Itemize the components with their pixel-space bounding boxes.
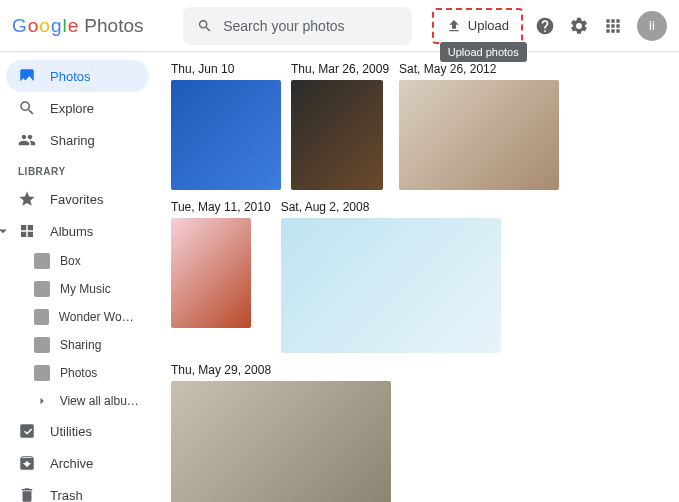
photo-date: Thu, Mar 26, 2009 — [291, 62, 389, 76]
library-header: LIBRARY — [6, 156, 149, 183]
album-item[interactable]: Sharing — [6, 331, 149, 359]
album-label: Photos — [60, 366, 97, 380]
photo-date: Sat, May 26, 2012 — [399, 62, 559, 76]
album-thumb — [34, 365, 50, 381]
sharing-icon — [18, 131, 36, 149]
nav-label: Trash — [50, 488, 83, 503]
upload-label: Upload — [468, 18, 509, 33]
album-thumb — [34, 337, 50, 353]
nav-explore[interactable]: Explore — [6, 92, 149, 124]
photo-grid: Thu, Jun 10Thu, Mar 26, 2009Sat, May 26,… — [155, 52, 679, 502]
nav-label: Utilities — [50, 424, 92, 439]
utilities-icon — [18, 422, 36, 440]
photo-date: Sat, Aug 2, 2008 — [281, 200, 501, 214]
photo-cell[interactable]: Thu, Mar 26, 2009 — [291, 62, 389, 190]
upload-tooltip: Upload photos — [440, 42, 527, 62]
search-input[interactable] — [223, 18, 398, 34]
photo-thumbnail[interactable] — [281, 218, 501, 353]
logo[interactable]: Google Photos — [12, 15, 143, 37]
star-icon — [18, 190, 36, 208]
album-label: Wonder Woma... — [59, 310, 141, 324]
nav-label: Albums — [50, 224, 93, 239]
header-icons: li — [535, 11, 667, 41]
sidebar: Photos Explore Sharing LIBRARY Favorites… — [0, 52, 155, 502]
album-item[interactable]: Photos — [6, 359, 149, 387]
view-all-label: View all albums — [60, 394, 141, 408]
nav-label: Sharing — [50, 133, 95, 148]
search-icon — [197, 17, 213, 35]
photo-cell[interactable]: Sat, Aug 2, 2008 — [281, 200, 501, 353]
caret-down-icon — [0, 222, 12, 240]
search-icon — [18, 99, 36, 117]
photo-cell[interactable]: Thu, May 29, 2008 — [171, 363, 391, 502]
photo-date: Thu, Jun 10 — [171, 62, 281, 76]
photo-date: Thu, May 29, 2008 — [171, 363, 391, 377]
album-item[interactable]: Wonder Woma... — [6, 303, 149, 331]
album-item[interactable]: My Music — [6, 275, 149, 303]
nav-label: Archive — [50, 456, 93, 471]
photo-thumbnail[interactable] — [171, 218, 251, 328]
search-bar[interactable] — [183, 7, 411, 45]
nav-utilities[interactable]: Utilities — [6, 415, 149, 447]
album-label: My Music — [60, 282, 111, 296]
photo-thumbnail[interactable] — [291, 80, 383, 190]
nav-favorites[interactable]: Favorites — [6, 183, 149, 215]
photo-cell[interactable]: Tue, May 11, 2010 — [171, 200, 271, 353]
avatar[interactable]: li — [637, 11, 667, 41]
nav-albums[interactable]: Albums — [6, 215, 149, 247]
album-item[interactable]: Box — [6, 247, 149, 275]
header: Google Photos Upload Upload photos li — [0, 0, 679, 52]
nav-archive[interactable]: Archive — [6, 447, 149, 479]
nav-label: Explore — [50, 101, 94, 116]
nav-label: Favorites — [50, 192, 103, 207]
nav-sharing[interactable]: Sharing — [6, 124, 149, 156]
nav-label: Photos — [50, 69, 90, 84]
help-icon[interactable] — [535, 16, 555, 36]
trash-icon — [18, 486, 36, 502]
upload-button[interactable]: Upload — [436, 12, 519, 40]
album-label: Box — [60, 254, 81, 268]
photos-icon — [18, 67, 36, 85]
album-icon — [18, 222, 36, 240]
upload-icon — [446, 18, 462, 34]
album-thumb — [34, 253, 50, 269]
nav-photos[interactable]: Photos — [6, 60, 149, 92]
album-thumb — [34, 281, 50, 297]
album-thumb — [34, 309, 49, 325]
album-label: Sharing — [60, 338, 101, 352]
arrow-right-icon — [34, 393, 50, 409]
nav-trash[interactable]: Trash — [6, 479, 149, 502]
settings-icon[interactable] — [569, 16, 589, 36]
archive-icon — [18, 454, 36, 472]
view-all-albums[interactable]: View all albums — [6, 387, 149, 415]
photo-thumbnail[interactable] — [399, 80, 559, 190]
upload-highlight: Upload Upload photos — [432, 8, 523, 44]
apps-icon[interactable] — [603, 16, 623, 36]
photo-thumbnail[interactable] — [171, 80, 281, 190]
photo-thumbnail[interactable] — [171, 381, 391, 502]
photo-cell[interactable]: Sat, May 26, 2012 — [399, 62, 559, 190]
photo-date: Tue, May 11, 2010 — [171, 200, 271, 214]
photo-cell[interactable]: Thu, Jun 10 — [171, 62, 281, 190]
logo-text: Photos — [84, 15, 143, 37]
